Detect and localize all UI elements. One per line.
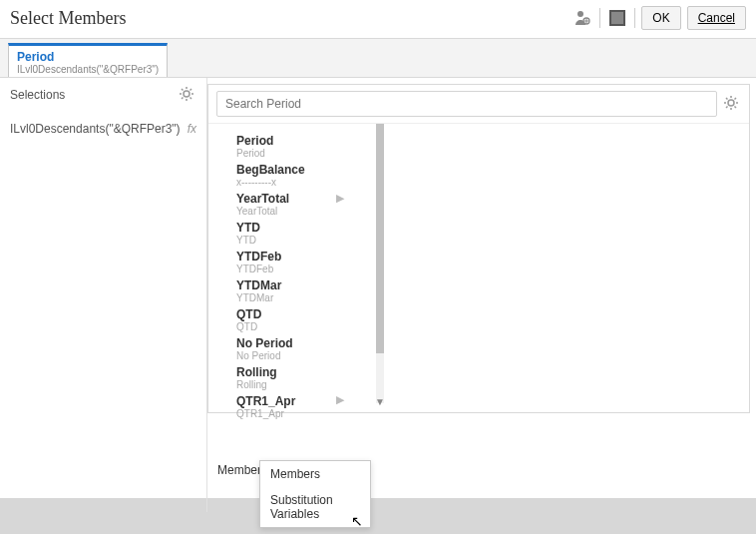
member-item[interactable]: YTDYTD xyxy=(236,219,749,248)
member-name: YTDFeb xyxy=(236,250,749,264)
member-name: BegBalance xyxy=(236,163,749,177)
member-item[interactable]: QTR1_AprQTR1_Apr xyxy=(236,392,749,421)
gear-icon[interactable] xyxy=(723,95,741,113)
selection-row[interactable]: ILvl0Descendants("&QRFPer3") fx xyxy=(0,112,206,146)
member-alias: YTDFeb xyxy=(236,264,749,274)
svg-point-2 xyxy=(184,91,189,97)
svg-line-9 xyxy=(182,98,184,100)
cancel-button[interactable]: Cancel xyxy=(687,6,746,30)
dialog-title: Select Members xyxy=(10,8,126,29)
member-item[interactable]: QTDQTD xyxy=(236,305,749,334)
member-item[interactable]: YTDMarYTDMar xyxy=(236,276,749,305)
member-item[interactable]: YearTotalYearTotal xyxy=(236,190,749,219)
scroll-down-icon[interactable]: ▼ xyxy=(375,396,385,407)
member-item[interactable]: RollingRolling xyxy=(236,363,749,392)
divider xyxy=(599,8,600,28)
member-name: YearTotal xyxy=(236,192,749,206)
member-alias: No Period xyxy=(236,350,749,361)
tab-title: Period xyxy=(17,50,159,64)
member-scroll-area: PeriodPeriodBegBalancex---------xYearTot… xyxy=(208,124,749,423)
selections-heading: Selections xyxy=(10,88,65,102)
view-mode-icon[interactable] xyxy=(606,7,628,29)
svg-line-17 xyxy=(735,107,737,109)
svg-point-11 xyxy=(728,100,734,106)
scrollbar-thumb[interactable] xyxy=(376,124,384,353)
menu-item-members[interactable]: Members xyxy=(260,461,370,487)
svg-line-7 xyxy=(182,89,184,91)
member-alias: YearTotal xyxy=(236,206,749,217)
ok-button[interactable]: OK xyxy=(641,6,680,30)
member-alias: Rolling xyxy=(236,379,749,390)
member-item[interactable]: No PeriodNo Period xyxy=(236,334,749,363)
expand-icon[interactable]: ▶ xyxy=(336,192,344,205)
member-alias: YTD xyxy=(236,235,749,246)
expand-icon[interactable]: ▶ xyxy=(336,393,344,406)
svg-line-16 xyxy=(726,98,728,100)
selection-text: ILvl0Descendants("&QRFPer3") xyxy=(10,122,181,136)
member-item[interactable]: PeriodPeriod xyxy=(236,132,749,161)
tab-period[interactable]: Period ILvl0Descendants("&QRFPer3") xyxy=(8,43,168,77)
member-name: QTD xyxy=(236,307,749,321)
member-alias: YTDMar xyxy=(236,292,749,303)
scrollbar[interactable]: ▼ xyxy=(376,124,384,403)
member-alias: x---------x xyxy=(236,177,749,188)
gear-icon[interactable] xyxy=(179,86,196,104)
svg-line-8 xyxy=(190,98,192,100)
fx-icon: fx xyxy=(188,122,196,136)
tab-subtitle: ILvl0Descendants("&QRFPer3") xyxy=(17,64,159,75)
svg-line-10 xyxy=(190,89,192,91)
tab-bar: Period ILvl0Descendants("&QRFPer3") xyxy=(0,39,756,78)
search-input[interactable] xyxy=(216,91,717,117)
member-name: YTDMar xyxy=(236,278,749,292)
divider xyxy=(634,8,635,28)
members-dropdown-menu: Members Substitution Variables xyxy=(259,460,371,528)
member-alias: QTD xyxy=(236,321,749,332)
member-name: YTD xyxy=(236,221,749,235)
svg-point-0 xyxy=(577,11,583,17)
member-item[interactable]: BegBalancex---------x xyxy=(236,161,749,190)
member-name: Period xyxy=(236,134,749,148)
member-item[interactable]: YTDFebYTDFeb xyxy=(236,248,749,276)
member-name: QTR1_Apr xyxy=(236,394,749,408)
svg-line-18 xyxy=(726,107,728,109)
member-name: Rolling xyxy=(236,365,749,379)
menu-item-substitution-variables[interactable]: Substitution Variables xyxy=(260,487,370,527)
user-settings-icon[interactable] xyxy=(571,7,593,29)
svg-line-19 xyxy=(735,98,737,100)
member-alias: Period xyxy=(236,148,749,159)
member-alias: QTR1_Apr xyxy=(236,408,749,419)
member-name: No Period xyxy=(236,336,749,350)
